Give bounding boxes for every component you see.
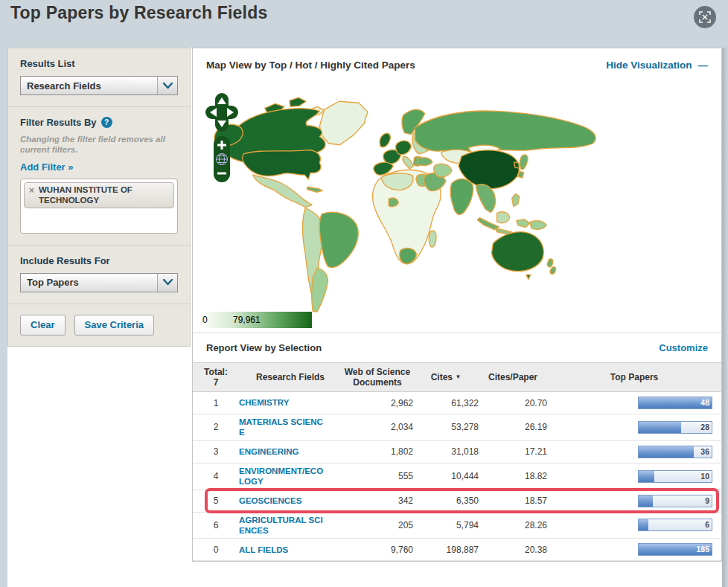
table-row: 4 ENVIRONMENT/ECOLOGY 555 10,444 18.82 1… xyxy=(193,463,721,490)
top-papers-value: 185 xyxy=(696,545,709,554)
row-rank: 5 xyxy=(193,495,239,506)
save-criteria-button[interactable]: Save Criteria xyxy=(74,315,155,336)
row-cites-per-paper: 28.26 xyxy=(479,520,547,530)
table-row: 3 ENGINEERING 1,802 31,018 17.21 36 xyxy=(193,441,721,463)
row-cites-per-paper: 18.57 xyxy=(479,495,547,506)
page-title: Top Papers by Research Fields xyxy=(10,3,718,23)
results-list-label: Results List xyxy=(20,58,178,69)
column-cites-sort[interactable]: Cites ▼ xyxy=(413,372,479,382)
world-map[interactable]: 0 79,961 xyxy=(193,81,721,333)
table-row: 2 MATERIALS SCIENCE 2,034 53,278 26.19 2… xyxy=(193,414,721,441)
bar-fill xyxy=(639,495,653,507)
main-panel: Map View by Top / Hot / Highly Cited Pap… xyxy=(192,48,722,562)
research-field-link[interactable]: MATERIALS SCIENCE xyxy=(239,417,328,438)
map-color-scale: 0 79,961 xyxy=(200,312,312,328)
table-row: 1 CHEMISTRY 2,962 61,322 20.70 48 xyxy=(193,392,721,414)
top-papers-bar: 10 xyxy=(638,470,712,483)
report-view-title: Report View by Selection xyxy=(206,342,322,353)
row-documents: 2,962 xyxy=(342,398,413,408)
top-papers-bar: 28 xyxy=(638,421,712,434)
top-papers-value: 28 xyxy=(700,423,709,432)
remove-filter-icon[interactable]: × xyxy=(29,185,34,196)
hide-visualization-link[interactable]: Hide Visualization — xyxy=(606,60,708,71)
sidebar: Results List Research Fields Filter Resu… xyxy=(7,48,191,347)
active-filters-box: × WUHAN INSTITUTE OF TECHNOLOGY xyxy=(20,179,178,234)
hide-visualization-label: Hide Visualization xyxy=(606,60,692,71)
row-rank: 6 xyxy=(193,520,239,530)
map-view-header: Map View by Top / Hot / Highly Cited Pap… xyxy=(193,48,721,81)
research-field-link[interactable]: CHEMISTRY xyxy=(239,397,328,408)
total-header: Total:7 xyxy=(193,367,239,388)
research-field-link[interactable]: ENGINEERING xyxy=(239,446,328,457)
include-results-dropdown[interactable]: Top Papers xyxy=(20,273,178,292)
research-field-link[interactable]: GEOSCIENCES xyxy=(239,495,328,506)
research-field-link[interactable]: AGRICULTURAL SCIENCES xyxy=(239,515,328,536)
customize-link[interactable]: Customize xyxy=(659,342,708,353)
row-cites: 31,018 xyxy=(413,446,479,457)
row-cites: 6,350 xyxy=(413,495,479,506)
results-list-section: Results List Research Fields xyxy=(8,48,190,107)
choropleth-map-svg xyxy=(193,81,720,333)
filter-by-label: Filter Results By xyxy=(20,117,97,128)
table-header-row: Total:7 Research Fields Web of Science D… xyxy=(193,362,721,392)
sidebar-actions: Clear Save Criteria xyxy=(8,304,190,346)
results-list-dropdown[interactable]: Research Fields xyxy=(20,76,178,95)
table-row: 0 ALL FIELDS 9,760 198,887 20.38 185 xyxy=(193,539,721,561)
research-field-link[interactable]: ENVIRONMENT/ECOLOGY xyxy=(239,466,328,487)
add-filter-link[interactable]: Add Filter » xyxy=(20,161,178,173)
row-cites: 198,887 xyxy=(413,545,479,555)
row-cites-per-paper: 26.19 xyxy=(479,422,547,432)
minus-icon: — xyxy=(698,60,709,71)
top-papers-value: 9 xyxy=(705,496,709,505)
clear-button[interactable]: Clear xyxy=(20,315,66,336)
column-research-fields: Research Fields xyxy=(239,372,342,382)
filter-chip[interactable]: × WUHAN INSTITUTE OF TECHNOLOGY xyxy=(24,182,174,209)
filter-note: Changing the filter field removes all cu… xyxy=(20,134,178,155)
table-row: 5 GEOSCIENCES 342 6,350 18.57 9 xyxy=(193,490,721,513)
fullscreen-button[interactable] xyxy=(694,6,716,28)
cites-header-label: Cites xyxy=(431,372,453,382)
filter-chip-label: WUHAN INSTITUTE OF TECHNOLOGY xyxy=(39,185,169,206)
scale-min-label: 0 xyxy=(202,315,208,325)
research-field-link[interactable]: ALL FIELDS xyxy=(239,545,328,555)
top-papers-value: 10 xyxy=(700,472,709,481)
row-documents: 205 xyxy=(342,520,413,530)
bar-fill xyxy=(639,519,648,530)
results-list-value: Research Fields xyxy=(21,77,157,94)
filter-section: Filter Results By ? Changing the filter … xyxy=(8,107,190,246)
row-cites: 61,322 xyxy=(413,398,479,408)
row-rank: 1 xyxy=(193,398,239,408)
top-papers-value: 6 xyxy=(705,520,709,529)
row-cites-per-paper: 20.38 xyxy=(479,545,547,555)
column-wos-documents: Web of Science Documents xyxy=(342,367,413,388)
map-zoom-control[interactable] xyxy=(214,136,230,182)
row-cites-per-paper: 20.70 xyxy=(479,398,547,408)
title-bar: Top Papers by Research Fields xyxy=(0,0,728,48)
row-cites: 5,794 xyxy=(413,520,479,530)
expand-icon xyxy=(699,11,711,23)
row-documents: 2,034 xyxy=(342,422,413,432)
top-papers-bar: 36 xyxy=(638,446,712,458)
row-rank: 3 xyxy=(193,446,239,457)
help-icon[interactable]: ? xyxy=(101,117,112,128)
chevron-down-icon xyxy=(157,77,177,94)
sort-descending-icon: ▼ xyxy=(455,373,461,380)
bar-fill xyxy=(639,446,694,458)
top-papers-bar: 48 xyxy=(638,397,712,409)
row-documents: 555 xyxy=(342,471,413,481)
map-pan-control[interactable] xyxy=(205,93,238,132)
row-cites-per-paper: 18.82 xyxy=(479,471,547,481)
top-papers-value: 36 xyxy=(700,447,709,456)
include-results-label: Include Results For xyxy=(20,255,178,266)
row-cites: 10,444 xyxy=(413,471,479,481)
row-documents: 1,802 xyxy=(342,446,413,457)
table-row: 6 AGRICULTURAL SCIENCES 205 5,794 28.26 … xyxy=(193,513,721,539)
row-cites-per-paper: 17.21 xyxy=(479,446,547,457)
column-top-papers: Top Papers xyxy=(547,372,721,382)
row-documents: 342 xyxy=(342,495,413,506)
report-view-header: Report View by Selection Customize xyxy=(193,333,721,362)
column-cites-per-paper: Cites/Paper xyxy=(479,372,547,382)
scale-max-label: 79,961 xyxy=(233,315,261,325)
content-area: Results List Research Fields Filter Resu… xyxy=(7,48,722,587)
include-results-section: Include Results For Top Papers xyxy=(8,246,190,304)
